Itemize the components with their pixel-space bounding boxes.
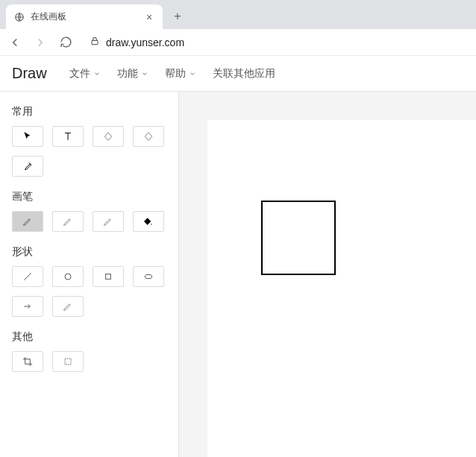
tool-crop[interactable]: [12, 351, 43, 372]
close-icon[interactable]: ×: [143, 11, 155, 23]
menu-function[interactable]: 功能: [116, 64, 150, 83]
text-icon: [62, 130, 74, 142]
browser-toolbar: draw.yunser.com: [0, 29, 476, 56]
lock-icon: [90, 36, 100, 48]
section-shape: 形状: [12, 245, 166, 259]
chevron-down-icon: [93, 70, 101, 78]
tool-eyedropper[interactable]: [12, 156, 43, 177]
section-common: 常用: [12, 105, 166, 119]
tool-rectangle[interactable]: [93, 266, 124, 287]
content-area: 常用 画笔: [0, 92, 476, 457]
circle-icon: [62, 271, 74, 283]
canvas[interactable]: [207, 120, 476, 457]
diamond-icon: [143, 130, 154, 142]
section-other: 其他: [12, 330, 166, 344]
tool-diamond-outline[interactable]: [93, 126, 124, 147]
forward-button[interactable]: [31, 34, 49, 51]
tool-circle[interactable]: [52, 266, 84, 287]
tools-sidebar: 常用 画笔: [0, 92, 179, 457]
chevron-down-icon: [189, 70, 196, 78]
menu-related-apps[interactable]: 关联其他应用: [211, 64, 277, 83]
cursor-icon: [22, 130, 34, 142]
diamond-icon: [102, 130, 114, 142]
svg-rect-5: [65, 359, 71, 365]
tool-diamond[interactable]: [133, 126, 164, 147]
chevron-down-icon: [141, 70, 148, 78]
new-tab-button[interactable]: +: [167, 6, 188, 27]
browser-tab[interactable]: 在线画板 ×: [6, 4, 163, 29]
tool-pencil-2[interactable]: [52, 211, 84, 232]
tool-text[interactable]: [52, 126, 84, 147]
back-button[interactable]: [6, 34, 24, 51]
tool-ellipse[interactable]: [133, 266, 164, 287]
tool-pencil-3[interactable]: [93, 211, 124, 232]
tool-arrow[interactable]: [12, 296, 43, 317]
app-title: Draw: [12, 65, 47, 82]
url-text: draw.yunser.com: [106, 37, 184, 48]
square-icon: [102, 271, 114, 283]
svg-point-4: [145, 274, 151, 278]
svg-point-2: [65, 274, 71, 280]
menu-help[interactable]: 帮助: [163, 64, 198, 83]
menu-file[interactable]: 文件: [68, 64, 102, 83]
section-brush: 画笔: [12, 190, 166, 204]
tool-marquee[interactable]: [52, 351, 84, 372]
app-menubar: Draw 文件 功能 帮助 关联其他应用: [0, 56, 476, 92]
pencil-icon: [22, 215, 34, 227]
pencil-icon: [102, 215, 114, 227]
svg-rect-1: [92, 40, 98, 44]
svg-rect-3: [106, 274, 111, 280]
address-bar[interactable]: draw.yunser.com: [90, 36, 184, 48]
tool-pen[interactable]: [52, 296, 84, 317]
pencil-icon: [62, 215, 74, 227]
tool-fill[interactable]: [133, 211, 164, 232]
canvas-container: [179, 92, 476, 457]
ellipse-icon: [143, 271, 154, 283]
pen-icon: [62, 300, 74, 312]
eyedropper-icon: [22, 160, 34, 172]
bucket-icon: [143, 215, 154, 227]
tool-pencil-active[interactable]: [12, 211, 43, 232]
crop-icon: [22, 356, 34, 368]
line-icon: [22, 271, 34, 283]
tool-line[interactable]: [12, 266, 43, 287]
drawn-rectangle[interactable]: [261, 201, 336, 275]
arrow-icon: [22, 300, 34, 312]
marquee-icon: [62, 356, 74, 368]
globe-icon: [13, 11, 25, 23]
tab-title: 在线画板: [31, 10, 138, 23]
tool-select[interactable]: [12, 126, 43, 147]
browser-tab-strip: 在线画板 × +: [0, 0, 476, 29]
reload-button[interactable]: [57, 34, 75, 51]
